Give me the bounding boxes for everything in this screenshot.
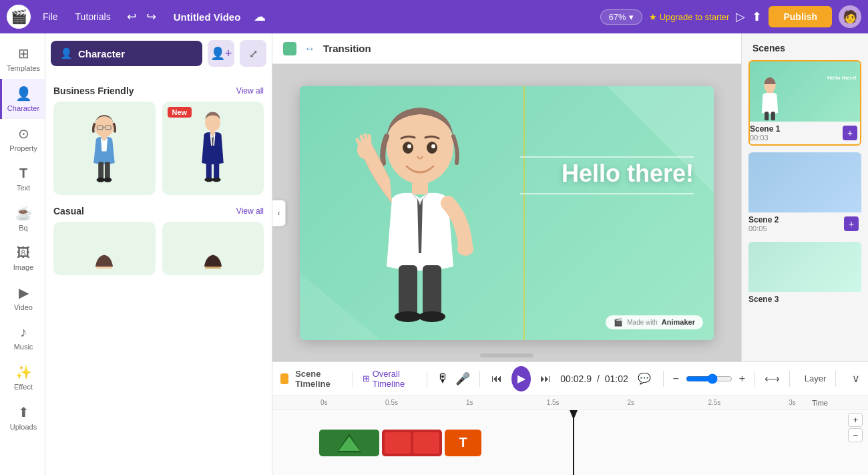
volume-slider[interactable] <box>686 373 732 384</box>
undo-button[interactable]: ↩ <box>123 7 141 27</box>
character-icon: 👤 <box>15 86 32 102</box>
character-card-cas-1[interactable] <box>53 222 156 275</box>
app-logo[interactable]: 🎬 <box>7 5 31 29</box>
tl-divider-4 <box>663 371 664 387</box>
animaker-badge: 🎬 Made with Animaker <box>606 315 703 329</box>
svg-line-23 <box>357 140 360 145</box>
sidebar-item-music[interactable]: ♪ Music <box>0 318 45 357</box>
property-icon: ⊙ <box>18 126 29 142</box>
casual-section-title: Casual <box>53 206 84 216</box>
scene-thumb-1[interactable]: Hello there! Scene 1 00:03 + <box>748 60 861 146</box>
uploads-icon: ⬆ <box>18 404 29 420</box>
business-view-all-button[interactable]: View all <box>236 86 264 96</box>
scenes-panel: Scenes <box>741 33 868 361</box>
timeline-track-items: T <box>319 430 481 456</box>
scene-3-info: Scene 3 <box>748 292 861 307</box>
tutorials-menu[interactable]: Tutorials <box>70 9 116 25</box>
publish-button[interactable]: Publish <box>769 6 832 27</box>
character-card-biz-female[interactable] <box>53 102 156 195</box>
character-card-biz-male[interactable]: New <box>162 102 264 195</box>
voice-record-icon[interactable]: 🎤 <box>455 371 470 386</box>
timeline-chevron-button[interactable]: ∨ <box>852 372 860 385</box>
track-item-3[interactable]: T <box>445 430 481 456</box>
character-expand-button[interactable]: ⤢ <box>240 40 266 67</box>
file-menu[interactable]: File <box>37 9 63 25</box>
scene-thumb-inner-2 <box>748 152 861 212</box>
skip-forward-button[interactable]: ⏭ <box>537 370 554 387</box>
ruler-mark-1: 1s <box>465 399 546 406</box>
scenes-title: Scenes <box>742 33 868 60</box>
cloud-icon: ☁ <box>254 9 266 24</box>
sidebar-item-bq[interactable]: ☕ Bq <box>0 198 45 239</box>
casual-view-all-button[interactable]: View all <box>236 206 264 216</box>
captions-button[interactable]: 💬 <box>635 369 654 387</box>
ruler-marks: 0s 0.5s 1s 1.5s 2s 2.5s 3s <box>319 399 868 406</box>
sidebar-item-templates[interactable]: ⊞ Templates <box>0 39 45 79</box>
svg-point-8 <box>103 178 112 182</box>
character-content: Business Friendly View all <box>45 73 272 475</box>
canvas-scrollbar[interactable] <box>480 353 533 357</box>
scene-timeline-icon <box>280 373 288 384</box>
sidebar-item-property[interactable]: ⊙ Property <box>0 119 45 159</box>
scene-character[interactable] <box>353 100 500 327</box>
timeline-play-button[interactable]: ▶ <box>511 366 531 391</box>
tl-divider-5 <box>754 371 755 387</box>
character-icon-btn: 👤 <box>60 47 73 59</box>
animaker-brand: Animaker <box>662 318 695 326</box>
casual-section-header: Casual View all <box>53 206 264 216</box>
bq-icon: ☕ <box>15 205 32 221</box>
avatar[interactable]: 🧑 <box>839 5 861 28</box>
sidebar-item-uploads[interactable]: ⬆ Uploads <box>0 398 45 438</box>
zoom-control[interactable]: 67% ▾ <box>600 9 642 25</box>
track-item-2[interactable] <box>382 430 442 456</box>
redo-button[interactable]: ↪ <box>142 7 160 27</box>
sidebar-item-label: Video <box>14 303 33 311</box>
scene-thumb-3[interactable]: Scene 3 <box>748 242 861 307</box>
video-title[interactable]: Untitled Video <box>167 9 248 25</box>
scene-2-add-button[interactable]: + <box>844 216 859 231</box>
upgrade-button[interactable]: ★ Upgrade to starter <box>649 12 730 22</box>
add-character-icon: 👤+ <box>210 46 232 61</box>
expand-timeline-icon[interactable]: ⟷ <box>765 372 780 385</box>
time-minus-button[interactable]: − <box>848 428 863 442</box>
skip-back-button[interactable]: ⏮ <box>489 370 505 387</box>
business-section-title: Business Friendly <box>53 86 134 96</box>
time-plus-button[interactable]: + <box>848 413 863 427</box>
sidebar-item-character[interactable]: 👤 Character <box>0 79 45 119</box>
scene-1-add-button[interactable]: + <box>843 126 857 140</box>
overall-timeline-label[interactable]: ⊞ Overall Timeline <box>363 369 417 389</box>
svg-rect-30 <box>423 265 441 315</box>
animaker-label: Made with <box>627 319 658 326</box>
svg-rect-10 <box>211 131 216 136</box>
sidebar-item-label: Templates <box>7 64 40 72</box>
svg-rect-27 <box>412 180 428 194</box>
mic-icon[interactable]: 🎙 <box>437 371 449 385</box>
sidebar-item-effect[interactable]: ✨ Effect <box>0 357 45 398</box>
character-add-button[interactable]: 👤+ <box>208 40 234 67</box>
scene-1-time: 00:03 <box>750 134 780 142</box>
transition-color-box <box>283 42 296 55</box>
canvas-viewport[interactable]: ‹ <box>272 64 741 361</box>
track-item-2b <box>413 432 439 454</box>
character-main-button[interactable]: 👤 Character <box>51 41 202 66</box>
hello-text[interactable]: Hello there! <box>562 160 694 188</box>
character-panel-header: 👤 Character 👤+ ⤢ <box>45 33 272 73</box>
track-item-1[interactable] <box>319 430 379 456</box>
scene-canvas[interactable]: Hello there! 🎬 Made with Animaker <box>300 86 714 340</box>
tl-divider-7 <box>835 371 836 387</box>
panel-collapse-button[interactable]: ‹ <box>272 200 286 226</box>
templates-icon: ⊞ <box>18 45 29 61</box>
music-icon: ♪ <box>20 325 27 340</box>
character-card-cas-2[interactable] <box>162 222 264 275</box>
sidebar-item-text[interactable]: T Text <box>0 159 45 198</box>
scene-thumb-2[interactable]: Scene 2 00:05 + <box>748 152 861 235</box>
sidebar-item-image[interactable]: 🖼 Image <box>0 239 45 278</box>
svg-rect-12 <box>214 162 219 179</box>
scene-timeline-bar <box>523 86 525 340</box>
scene-3-name: Scene 3 <box>748 295 779 304</box>
preview-play-icon[interactable]: ▷ <box>736 9 745 24</box>
svg-rect-29 <box>399 265 417 315</box>
share-icon[interactable]: ⬆ <box>752 9 762 24</box>
svg-point-32 <box>419 311 445 322</box>
sidebar-item-video[interactable]: ▶ Video <box>0 278 45 318</box>
